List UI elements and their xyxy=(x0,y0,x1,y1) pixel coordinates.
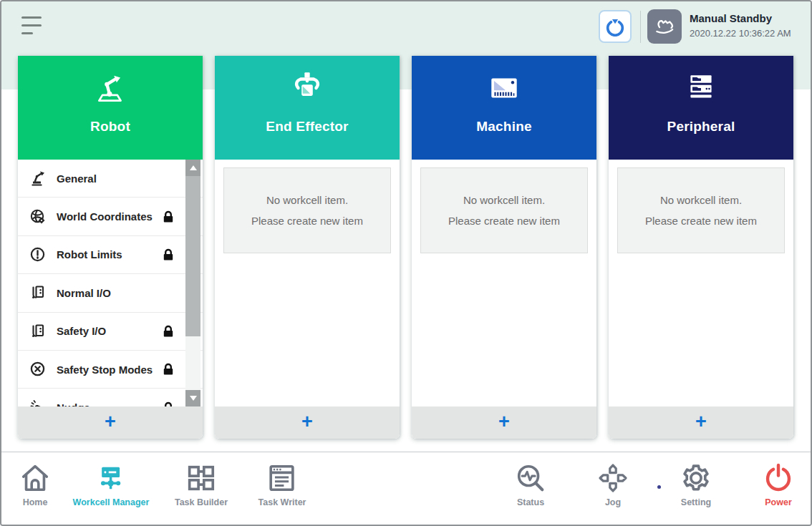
scroll-up-button[interactable] xyxy=(185,160,200,176)
hand-icon xyxy=(653,15,676,38)
task-writer-icon xyxy=(266,462,299,495)
add-peripheral-item-button[interactable]: + xyxy=(609,406,793,439)
app-window: Manual Standby 2020.12.22 10:36:22 AM Ro… xyxy=(0,0,812,526)
empty-state: No workcell item. Please create new item xyxy=(617,167,785,253)
column-title: Machine xyxy=(476,119,531,135)
status-datetime: 2020.12.22 10:36:22 AM xyxy=(690,28,791,39)
safety-stop-modes-icon xyxy=(29,361,47,378)
add-robot-item-button[interactable]: + xyxy=(18,406,203,439)
normal-io-icon xyxy=(29,284,47,301)
empty-line-1: No workcell item. xyxy=(266,190,348,210)
robot-limits-icon xyxy=(29,246,47,263)
empty-line-2: Please create new item xyxy=(251,210,363,231)
column-title: End Effector xyxy=(266,119,348,135)
workcell-item-label: Nudge xyxy=(57,401,90,406)
workcell-item-label: Safety I/O xyxy=(57,325,106,337)
empty-line-1: No workcell item. xyxy=(660,190,742,210)
lock-icon xyxy=(163,363,174,376)
scroll-up-icon xyxy=(190,165,197,170)
machine-icon xyxy=(486,68,522,108)
gripper-mode-button[interactable] xyxy=(599,10,632,43)
nav-item-status[interactable]: Status xyxy=(514,462,547,507)
nav-item-workcell-manager[interactable]: Workcell Manager xyxy=(73,462,150,507)
scroll-down-button[interactable] xyxy=(185,390,200,406)
manual-mode-badge[interactable] xyxy=(647,9,682,44)
world-coordinates-icon xyxy=(29,208,47,225)
plus-icon: + xyxy=(498,412,510,432)
nudge-icon xyxy=(29,399,47,406)
nav-divider-dot xyxy=(657,485,661,489)
peripheral-column-header[interactable]: Peripheral xyxy=(609,56,793,160)
nav-item-jog[interactable]: Jog xyxy=(596,462,629,507)
lock-icon xyxy=(163,325,174,338)
bottom-navigation: Home Workcell Manager xyxy=(1,452,811,525)
machine-column-header[interactable]: Machine xyxy=(412,56,596,160)
workcell-column-machine: Machine No workcell item. Please create … xyxy=(412,56,596,439)
lock-icon xyxy=(163,210,174,223)
scroll-down-icon xyxy=(190,396,197,401)
nav-item-home[interactable]: Home xyxy=(19,462,52,507)
column-title: Peripheral xyxy=(667,119,735,135)
empty-line-2: Please create new item xyxy=(448,210,560,231)
topbar-divider xyxy=(640,11,641,43)
end-effector-column-header[interactable]: End Effector xyxy=(215,56,400,160)
empty-state: No workcell item. Please create new item xyxy=(223,167,391,253)
setting-icon xyxy=(680,462,712,495)
plus-icon: + xyxy=(695,412,707,432)
safety-io-icon xyxy=(29,323,47,340)
workcell-item-general[interactable]: General xyxy=(18,160,203,198)
peripheral-icon xyxy=(683,68,719,108)
plus-icon: + xyxy=(301,412,313,432)
robot-column-header[interactable]: Robot xyxy=(18,56,203,160)
lock-icon xyxy=(163,401,174,406)
lock-icon xyxy=(163,248,174,261)
home-icon xyxy=(19,462,52,495)
status-icon xyxy=(514,462,547,495)
workcell-column-end-effector: End Effector No workcell item. Please cr… xyxy=(215,56,400,439)
empty-line-1: No workcell item. xyxy=(463,190,545,210)
end-effector-icon xyxy=(289,68,325,108)
add-end-effector-item-button[interactable]: + xyxy=(215,406,400,439)
gripper-icon xyxy=(605,16,625,36)
robot-list-scrollbar[interactable] xyxy=(185,160,200,406)
jog-icon xyxy=(596,462,629,495)
workcell-item-robot-limits[interactable]: Robot Limits xyxy=(18,236,203,274)
empty-state: No workcell item. Please create new item xyxy=(420,167,588,253)
empty-line-2: Please create new item xyxy=(645,210,757,231)
robot-icon xyxy=(92,68,128,108)
workcell-item-safety-stop-modes[interactable]: Safety Stop Modes xyxy=(18,351,203,389)
scrollbar-thumb[interactable] xyxy=(185,176,200,336)
robot-settings-list: General xyxy=(18,160,203,406)
workcell-column-robot: Robot Genera xyxy=(18,56,203,439)
workcell-item-safety-io[interactable]: Safety I/O xyxy=(18,313,203,351)
robot-state-label: Manual Standby xyxy=(690,12,791,24)
hamburger-menu-icon[interactable] xyxy=(21,16,43,36)
workcell-item-world-coordinates[interactable]: World Coordinates xyxy=(18,198,203,235)
nav-item-task-writer[interactable]: Task Writer xyxy=(258,462,306,507)
workcell-item-label: World Coordinates xyxy=(57,210,153,223)
workcell-item-normal-io[interactable]: Normal I/O xyxy=(18,274,203,312)
add-machine-item-button[interactable]: + xyxy=(412,406,596,439)
workcell-column-peripheral: Peripheral No workcell item. Please crea… xyxy=(609,56,793,439)
column-title: Robot xyxy=(90,119,130,135)
nav-item-setting[interactable]: Setting xyxy=(680,462,712,507)
workcell-item-label: General xyxy=(57,172,97,185)
workcell-item-nudge[interactable]: Nudge xyxy=(18,389,203,406)
workcell-item-label: Robot Limits xyxy=(57,248,122,260)
workcell-columns: Robot Genera xyxy=(18,56,793,439)
nav-item-power[interactable]: Power xyxy=(762,462,795,507)
task-builder-icon xyxy=(185,462,218,495)
robot-status: Manual Standby 2020.12.22 10:36:22 AM xyxy=(690,12,791,39)
nav-item-task-builder[interactable]: Task Builder xyxy=(175,462,228,507)
workcell-item-label: Normal I/O xyxy=(57,287,111,299)
plus-icon: + xyxy=(105,412,116,432)
power-icon xyxy=(762,462,795,495)
workcell-manager-icon xyxy=(95,462,127,495)
robot-general-icon xyxy=(29,170,47,187)
workcell-item-label: Safety Stop Modes xyxy=(57,364,153,376)
